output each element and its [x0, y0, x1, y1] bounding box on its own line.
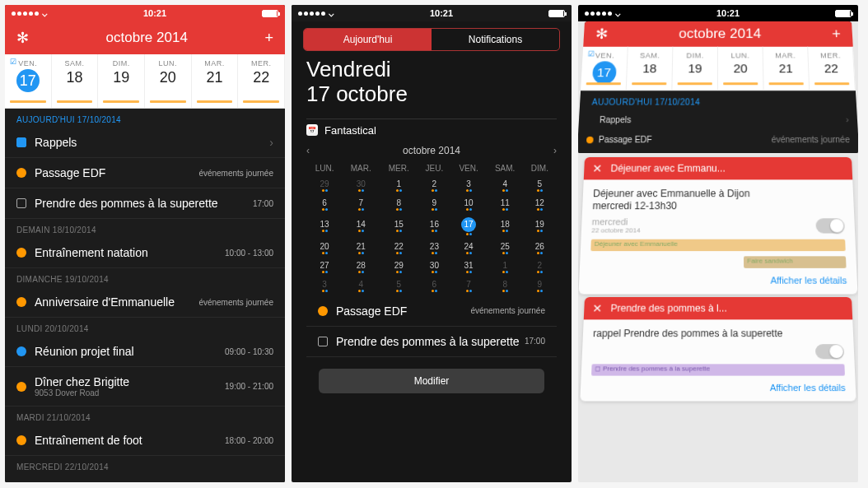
calendar-day[interactable]: 29 [380, 258, 417, 276]
event-row[interactable]: Entraînement de foot18:00 - 20:00 [5, 425, 285, 456]
calendar-day[interactable]: 7 [452, 277, 486, 295]
settings-icon[interactable]: ✻ [16, 29, 29, 47]
calendar-day[interactable]: 4 [343, 277, 379, 295]
calendar-day[interactable]: 11 [488, 196, 523, 213]
month-calendar[interactable]: LUN.MAR.MER.JEU.VEN.SAM.DIM.293012345678… [306, 160, 557, 296]
calendar-day[interactable]: 5 [525, 177, 555, 194]
calendar-day[interactable]: 3 [452, 177, 486, 194]
calendar-day[interactable]: 6 [308, 196, 341, 213]
month-label[interactable]: octobre 2014 [403, 145, 460, 156]
calendar-day[interactable]: 30 [343, 177, 379, 194]
calendar-day[interactable]: 24 [452, 239, 486, 257]
event-row[interactable]: Réunion projet final09:00 - 10:30 [5, 337, 285, 367]
calendar-day[interactable]: 16 [418, 215, 450, 238]
event-row[interactable]: Dentiste [5, 475, 285, 482]
calendar-day[interactable]: 9 [525, 277, 555, 295]
notification-card[interactable]: ✕ Déjeuner avec Emmanu... Déjeuner avec … [579, 157, 858, 294]
calendar-day[interactable]: 9 [418, 196, 450, 213]
calendar-day[interactable]: 4 [488, 177, 523, 194]
details-link[interactable]: Afficher les détails [590, 383, 846, 393]
widget-app-row[interactable]: 📅 Fantastical [306, 119, 557, 142]
calendar-day[interactable]: 5 [380, 277, 417, 295]
calendar-day[interactable]: 30 [418, 258, 450, 276]
tab-notifications[interactable]: Notifications [432, 29, 559, 50]
calendar-day[interactable]: 2 [418, 177, 450, 194]
calendar-day[interactable]: 26 [525, 239, 555, 257]
event-row[interactable]: Dîner chez Brigitte9053 Dover Road19:00 … [5, 367, 285, 407]
day-cell[interactable]: LUN.20 [145, 54, 192, 108]
calendar-day[interactable]: 17 [452, 215, 486, 238]
calendar-day[interactable]: 21 [343, 239, 379, 257]
day-cell[interactable]: ☑VEN.17 [581, 47, 628, 90]
widget-event-row[interactable]: Passage EDFévénements journée [306, 296, 557, 327]
calendar-day[interactable]: 1 [380, 177, 417, 194]
header-title[interactable]: octobre 2014 [106, 30, 188, 46]
day-cell[interactable]: LUN.20 [718, 47, 764, 90]
widget-tabs[interactable]: Aujourd'hui Notifications [303, 28, 560, 51]
calendar-day[interactable]: 3 [308, 277, 341, 295]
event-row[interactable]: Entraînement natation10:00 - 13:00 [5, 238, 285, 268]
calendar-day[interactable]: 20 [308, 239, 341, 257]
week-strip[interactable]: ☑VEN.17SAM.18DIM.19LUN.20MAR.21MER.22 [5, 54, 285, 109]
calendar-day[interactable]: 13 [308, 215, 341, 238]
calendar-day[interactable]: 19 [525, 215, 555, 238]
calendar-day[interactable]: 18 [488, 215, 523, 238]
event-title: Entraînement natation [35, 246, 225, 259]
day-cell[interactable]: MAR.21 [763, 47, 810, 90]
event-row[interactable]: Passage EDFévénements journée [5, 158, 285, 188]
checkbox-icon[interactable] [16, 137, 26, 147]
toggle-switch[interactable] [815, 344, 844, 359]
calendar-day[interactable]: 7 [343, 196, 379, 213]
day-cell[interactable]: DIM.19 [98, 54, 145, 108]
day-cell[interactable]: MER.22 [808, 47, 856, 90]
modify-button[interactable]: Modifier [319, 369, 544, 393]
event-row[interactable]: Rappels› [5, 128, 285, 158]
calendar-day[interactable]: 25 [488, 239, 523, 257]
event-row[interactable]: Prendre des pommes à la superette17:00 [5, 188, 285, 219]
calendar-day[interactable]: 2 [525, 258, 555, 276]
calendar-day[interactable]: 15 [380, 215, 417, 238]
next-month-icon[interactable]: › [553, 145, 557, 156]
calendar-day[interactable]: 14 [343, 215, 379, 238]
event-time: événements journée [470, 306, 545, 315]
day-cell[interactable]: MER.22 [238, 54, 285, 108]
calendar-day[interactable]: 29 [308, 177, 341, 194]
day-cell[interactable]: SAM.18 [627, 47, 674, 90]
tab-today[interactable]: Aujourd'hui [304, 29, 432, 50]
widget-event-row[interactable]: Prendre des pommes à la superette17:00 [306, 327, 557, 357]
close-icon[interactable]: ✕ [592, 302, 603, 315]
close-icon[interactable]: ✕ [592, 162, 603, 175]
add-icon[interactable]: + [832, 26, 842, 42]
event-row[interactable]: Passage EDFévénements journée [578, 129, 858, 149]
notification-card[interactable]: ✕ Prendre des pommes à l... rappel Prend… [580, 297, 856, 402]
calendar-day[interactable]: 1 [488, 258, 523, 276]
details-link[interactable]: Afficher les détails [590, 275, 847, 286]
calendar-day[interactable]: 31 [452, 258, 486, 276]
calendar-day[interactable]: 28 [343, 258, 379, 276]
header-title: octobre 2014 [679, 26, 761, 42]
day-cell[interactable]: DIM.19 [672, 47, 718, 90]
toggle-switch[interactable] [815, 218, 844, 233]
calendar-day[interactable]: 8 [488, 277, 523, 295]
add-icon[interactable]: + [264, 30, 273, 47]
app-preview-card[interactable]: ✻ octobre 2014 + ☑VEN.17SAM.18DIM.19LUN.… [578, 21, 858, 153]
checkbox-icon[interactable] [318, 337, 328, 346]
calendar-day[interactable]: 8 [380, 196, 417, 213]
chevron-right-icon: › [846, 115, 849, 124]
calendar-day[interactable]: 10 [452, 196, 486, 213]
event-row[interactable]: Rappels› [578, 110, 857, 130]
calendar-day[interactable]: 27 [308, 258, 341, 276]
day-cell[interactable]: ☑VEN.17 [5, 54, 52, 108]
calendar-day[interactable]: 22 [380, 239, 417, 257]
day-cell[interactable]: MAR.21 [192, 54, 239, 108]
settings-icon[interactable]: ✻ [595, 26, 609, 43]
widget-app-name: Fantastical [324, 124, 376, 137]
calendar-day[interactable]: 23 [418, 239, 450, 257]
checkbox-icon[interactable] [16, 198, 26, 208]
event-list[interactable]: AUJOURD'HUI 17/10/2014Rappels›Passage ED… [5, 109, 285, 482]
event-row[interactable]: Anniversaire d'Emmanuelleévénements jour… [5, 287, 285, 318]
calendar-day[interactable]: 6 [418, 277, 450, 295]
prev-month-icon[interactable]: ‹ [306, 145, 310, 156]
day-cell[interactable]: SAM.18 [52, 54, 99, 108]
calendar-day[interactable]: 12 [525, 196, 555, 213]
